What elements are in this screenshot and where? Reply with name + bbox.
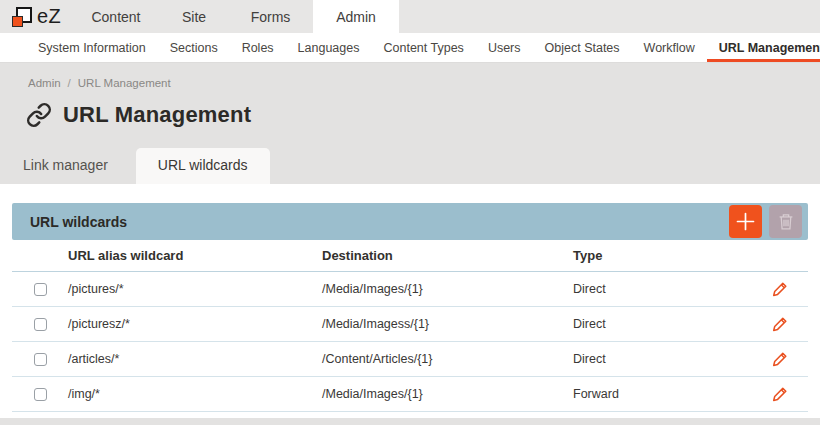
ez-logo[interactable]: eZ: [0, 0, 72, 33]
cell-type: Direct: [573, 317, 752, 331]
breadcrumb-url-management[interactable]: URL Management: [78, 77, 171, 89]
admin-nav-users[interactable]: Users: [476, 33, 533, 62]
pencil-icon: [772, 351, 788, 367]
admin-nav-url-management[interactable]: URL Management: [707, 33, 820, 62]
admin-nav-roles[interactable]: Roles: [230, 33, 286, 62]
tab-url-wildcards[interactable]: URL wildcards: [136, 148, 270, 184]
link-chain-icon: [26, 102, 52, 128]
top-nav-admin[interactable]: Admin: [313, 0, 399, 33]
content-area: URL wildcards URL alias wildcard: [0, 184, 820, 418]
admin-nav-system-information[interactable]: System Information: [26, 33, 158, 62]
page-header-area: Admin / URL Management URL Management Li…: [0, 63, 820, 184]
table-row: /picturesz/* /Media/Imagess/{1} Direct: [12, 307, 808, 342]
table-row: /pictures/* /Media/Images/{1} Direct: [12, 272, 808, 307]
cell-type: Direct: [573, 352, 752, 366]
edit-wildcard-button[interactable]: [772, 281, 788, 297]
breadcrumb-separator: /: [68, 77, 71, 89]
row-checkbox[interactable]: [34, 353, 47, 366]
row-checkbox[interactable]: [34, 318, 47, 331]
url-wildcards-panel-header: URL wildcards: [12, 203, 808, 240]
breadcrumb: Admin / URL Management: [0, 63, 820, 89]
pencil-icon: [772, 281, 788, 297]
pencil-icon: [772, 316, 788, 332]
admin-nav-workflow[interactable]: Workflow: [632, 33, 707, 62]
top-nav-forms[interactable]: Forms: [228, 0, 313, 33]
page-title-row: URL Management: [26, 102, 820, 128]
cell-destination: /Content/Articles/{1}: [322, 352, 573, 366]
add-wildcard-button[interactable]: [729, 205, 762, 238]
cell-destination: /Media/Images/{1}: [322, 387, 573, 401]
header-type: Type: [573, 248, 752, 263]
cell-type: Forward: [573, 387, 752, 401]
delete-wildcard-button[interactable]: [769, 205, 802, 238]
header-url-alias-wildcard: URL alias wildcard: [68, 248, 322, 263]
ez-logo-text: eZ: [37, 5, 61, 28]
breadcrumb-admin[interactable]: Admin: [28, 77, 61, 89]
ez-logo-icon: [12, 7, 32, 27]
admin-nav-sections[interactable]: Sections: [158, 33, 230, 62]
cell-wildcard: /articles/*: [68, 352, 322, 366]
admin-sub-nav: System Information Sections Roles Langua…: [0, 33, 820, 63]
page-title: URL Management: [63, 102, 251, 128]
admin-nav-object-states[interactable]: Object States: [533, 33, 632, 62]
cell-wildcard: /picturesz/*: [68, 317, 322, 331]
top-nav-bar: eZ Content Site Forms Admin: [0, 0, 820, 33]
ez-logo-orange-square: [12, 16, 23, 27]
cell-type: Direct: [573, 282, 752, 296]
cell-wildcard: /pictures/*: [68, 282, 322, 296]
row-checkbox[interactable]: [34, 283, 47, 296]
cell-wildcard: /img/*: [68, 387, 322, 401]
cell-destination: /Media/Imagess/{1}: [322, 317, 573, 331]
url-wildcards-table: URL alias wildcard Destination Type /pic…: [12, 240, 808, 412]
edit-wildcard-button[interactable]: [772, 351, 788, 367]
pencil-icon: [772, 386, 788, 402]
edit-wildcard-button[interactable]: [772, 386, 788, 402]
top-nav-site[interactable]: Site: [160, 0, 228, 33]
cell-destination: /Media/Images/{1}: [322, 282, 573, 296]
tab-link-manager[interactable]: Link manager: [23, 148, 122, 184]
panel-title: URL wildcards: [30, 214, 729, 230]
trash-icon: [778, 213, 794, 230]
top-nav-content[interactable]: Content: [72, 0, 160, 33]
admin-nav-languages[interactable]: Languages: [286, 33, 372, 62]
table-row: /img/* /Media/Images/{1} Forward: [12, 377, 808, 412]
row-checkbox[interactable]: [34, 388, 47, 401]
table-row: /articles/* /Content/Articles/{1} Direct: [12, 342, 808, 377]
table-header-row: URL alias wildcard Destination Type: [12, 240, 808, 272]
tab-bar: Link manager URL wildcards: [0, 148, 270, 184]
admin-nav-content-types[interactable]: Content Types: [371, 33, 475, 62]
edit-wildcard-button[interactable]: [772, 316, 788, 332]
header-destination: Destination: [322, 248, 573, 263]
plus-icon: [736, 212, 755, 231]
